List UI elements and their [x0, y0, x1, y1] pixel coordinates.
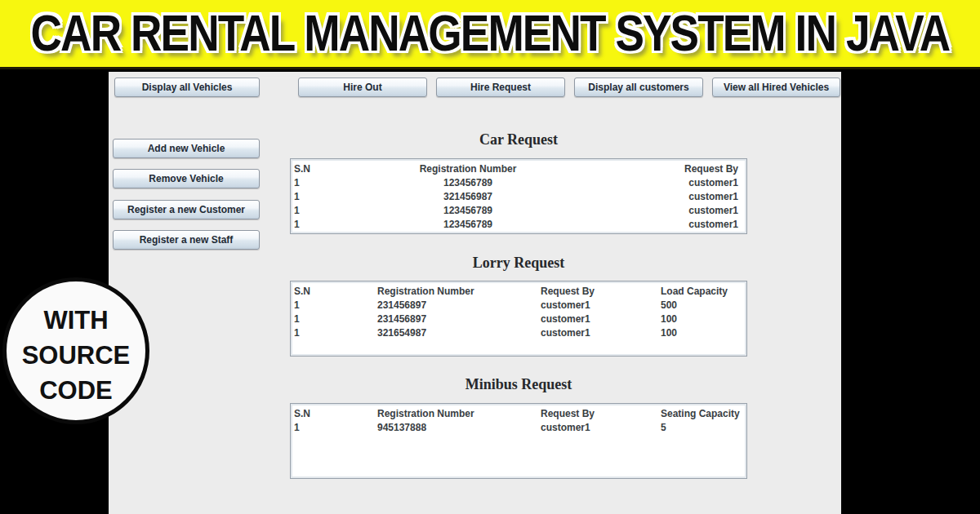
table-row[interactable]: 1231456897customer1500 — [291, 299, 746, 312]
table-cell: 1 — [291, 299, 374, 312]
table-cell: 1 — [291, 218, 348, 232]
table-row[interactable]: 1945137888customer15 — [291, 421, 746, 435]
column-header: Registration Number — [374, 406, 537, 421]
column-header: Request By — [585, 162, 746, 176]
table-cell: 1 — [291, 326, 374, 340]
table-row[interactable]: 1321654987customer1100 — [291, 326, 746, 340]
car-request-table: S.NRegistration NumberRequest By11234567… — [290, 158, 747, 234]
lorry-request-table: S.NRegistration NumberRequest ByLoad Cap… — [290, 281, 747, 357]
table-row[interactable]: 1123456789customer1 — [291, 204, 746, 218]
display-all-customers-button[interactable]: Display all customers — [574, 78, 703, 97]
table-cell: 100 — [657, 326, 746, 340]
table-cell: customer1 — [537, 299, 657, 312]
table-cell: 321654987 — [374, 326, 537, 340]
table-cell: 321456987 — [348, 190, 585, 204]
table-row[interactable]: 1123456789customer1 — [291, 176, 746, 190]
table-cell: 945137888 — [374, 421, 537, 435]
view-all-hired-vehicles-button[interactable]: View all Hired Vehicles — [712, 78, 840, 97]
table-cell: 100 — [657, 312, 746, 326]
table-cell: 1 — [291, 204, 348, 218]
table-cell: customer1 — [585, 218, 746, 232]
table-cell: 231456897 — [374, 312, 537, 326]
column-header: Request By — [537, 406, 657, 421]
minibus-request-table: S.NRegistration NumberRequest BySeating … — [290, 403, 747, 479]
table-cell: customer1 — [585, 190, 746, 204]
table-cell: customer1 — [537, 421, 657, 435]
banner-title: CAR RENTAL MANAGEMENT SYSTEM IN JAVA — [31, 0, 950, 59]
badge-line: SOURCE — [22, 338, 131, 373]
display-all-vehicles-button[interactable]: Display all Vehicles — [114, 78, 260, 97]
table-cell: 1 — [291, 421, 374, 435]
car-request-title: Car Request — [290, 131, 747, 148]
table-header-row: S.NRegistration NumberRequest ByLoad Cap… — [291, 284, 746, 299]
table-cell: 500 — [657, 299, 746, 312]
table-header-row: S.NRegistration NumberRequest BySeating … — [291, 406, 746, 421]
lorry-request-title: Lorry Request — [290, 255, 747, 272]
table-row[interactable]: 1123456789customer1 — [291, 218, 746, 232]
table-cell: 1 — [291, 176, 348, 190]
add-new-vehicle-button[interactable]: Add new Vehicle — [113, 139, 260, 158]
column-header: Registration Number — [374, 284, 537, 299]
table-cell: 123456789 — [348, 176, 585, 190]
table-row[interactable]: 1321456987customer1 — [291, 190, 746, 204]
table-cell: 5 — [657, 421, 746, 435]
source-code-badge: WITH SOURCE CODE — [2, 277, 149, 424]
column-header: Request By — [537, 284, 657, 299]
column-header: Seating Capacity — [657, 406, 746, 421]
table-cell: 123456789 — [348, 204, 585, 218]
banner: CAR RENTAL MANAGEMENT SYSTEM IN JAVA — [0, 0, 980, 69]
table-row[interactable]: 1231456897customer1100 — [291, 312, 746, 326]
column-header: Load Capacity — [657, 284, 746, 299]
app-window: Display all Vehicles Hire Out Hire Reque… — [109, 72, 841, 514]
remove-vehicle-button[interactable]: Remove Vehicle — [113, 169, 260, 188]
table-cell: customer1 — [537, 326, 657, 340]
column-header: Registration Number — [348, 162, 585, 176]
column-header: S.N — [291, 284, 374, 299]
table-cell: customer1 — [537, 312, 657, 326]
table-cell: customer1 — [585, 204, 746, 218]
table-cell: 231456897 — [374, 299, 537, 312]
table-cell: 1 — [291, 190, 348, 204]
table-header-row: S.NRegistration NumberRequest By — [291, 162, 746, 176]
column-header: S.N — [291, 162, 348, 176]
hire-out-button[interactable]: Hire Out — [298, 78, 427, 97]
table-cell: customer1 — [585, 176, 746, 190]
badge-line: WITH — [43, 303, 108, 338]
column-header: S.N — [291, 406, 374, 421]
hire-request-button[interactable]: Hire Request — [436, 78, 565, 97]
register-new-customer-button[interactable]: Register a new Customer — [113, 200, 260, 219]
table-cell: 123456789 — [348, 218, 585, 232]
minibus-request-title: Minibus Request — [290, 376, 747, 393]
table-cell: 1 — [291, 312, 374, 326]
badge-line: CODE — [39, 373, 113, 408]
register-new-staff-button[interactable]: Register a new Staff — [113, 230, 260, 250]
